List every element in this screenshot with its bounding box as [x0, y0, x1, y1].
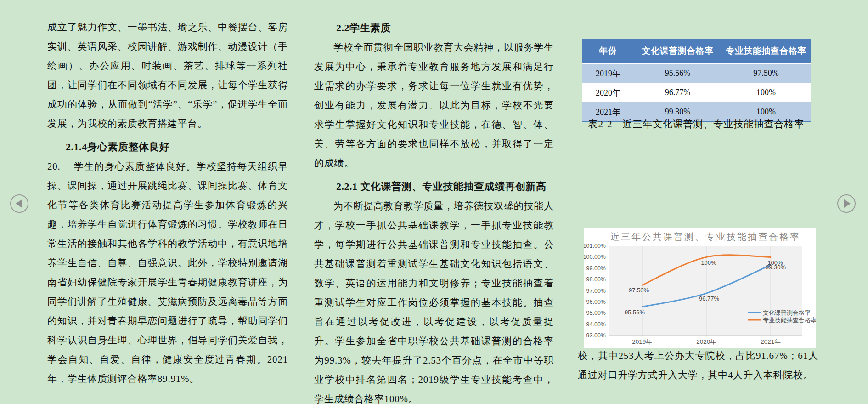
svg-text:101.00%: 101.00%	[584, 243, 606, 249]
svg-text:2021年: 2021年	[761, 338, 781, 345]
svg-text:98.00%: 98.00%	[586, 276, 606, 283]
table-cell: 95.56%	[634, 63, 721, 83]
svg-text:100%: 100%	[701, 259, 716, 266]
section-heading-2-2: 2.2学生素质	[314, 18, 554, 38]
paragraph: 校，其中253人考上公办大专院校，占比91.67%；61人通过对口升学方式升入大…	[578, 346, 818, 385]
table-header-culture-rate: 文化课普测合格率	[634, 39, 721, 63]
svg-text:96.00%: 96.00%	[586, 299, 606, 305]
svg-text:94.00%: 94.00%	[586, 321, 606, 328]
svg-text:95.56%: 95.56%	[625, 309, 645, 316]
table-cell: 97.50%	[721, 63, 811, 83]
pass-rate-chart-card: 近三年公共课普测、专业技能抽查合格率101.00%100.00%99.00%98…	[584, 228, 816, 348]
next-page-button[interactable]	[837, 194, 856, 213]
svg-text:100%: 100%	[767, 259, 783, 266]
table-header-skill-rate: 专业技能抽查合格率	[721, 39, 811, 63]
table-caption: 表2-2 近三年文化课普测、专业技能抽查合格率	[582, 118, 811, 131]
svg-text:97.50%: 97.50%	[629, 287, 649, 294]
pass-rate-line-chart: 近三年公共课普测、专业技能抽查合格率101.00%100.00%99.00%98…	[584, 228, 816, 348]
svg-text:95.00%: 95.00%	[586, 310, 606, 316]
svg-text:专业技能抽查合格率: 专业技能抽查合格率	[763, 317, 816, 324]
svg-text:99.00%: 99.00%	[586, 265, 606, 272]
svg-text:100.00%: 100.00%	[584, 254, 606, 260]
paragraph: 为不断提高教育教学质量，培养德技双馨的技能人才，学校一手抓公共基础课教学，一手抓…	[314, 196, 554, 404]
svg-text:2020年: 2020年	[696, 338, 716, 345]
table-cell: 2020年	[582, 83, 634, 102]
svg-text:96.77%: 96.77%	[699, 295, 720, 302]
prev-page-button[interactable]	[10, 194, 28, 213]
middle-text-column: 2.2学生素质 学校全面贯彻全国职业教育大会精神，以服务学生发展为中心，秉承着专…	[314, 18, 554, 404]
section-heading-2-2-1: 2.2.1 文化课普测、专业技能抽查成绩再创新高	[314, 177, 554, 196]
table-cell: 100%	[721, 83, 811, 102]
pass-rate-table: 年份 文化课普测合格率 专业技能抽查合格率 2019年 95.56% 97.50…	[582, 39, 811, 122]
svg-text:93.00%: 93.00%	[586, 332, 606, 339]
svg-text:近三年公共课普测、专业技能抽查合格率: 近三年公共课普测、专业技能抽查合格率	[610, 232, 800, 242]
arrow-left-icon	[16, 199, 22, 208]
svg-text:文化课普测合格率: 文化课普测合格率	[763, 309, 811, 316]
arrow-right-icon	[844, 199, 851, 208]
paragraph: 20. 学生的身心素质整体良好。学校坚持每天组织早操、课间操，通过开展跳绳比赛、…	[47, 157, 288, 388]
section-heading-2-1-4: 2.1.4身心素质整体良好	[47, 137, 288, 157]
document-reader-page: { "page": { "background_color": "#cde6cd…	[0, 0, 868, 404]
table-row: 2020年 96.77% 100%	[582, 83, 811, 102]
svg-text:2019年: 2019年	[632, 338, 652, 345]
table-cell: 2019年	[582, 63, 634, 83]
left-text-column: 成立了魅力作文、一墨书法、瑜之乐、中餐摆台、客房实训、英语风采、校园讲解、游戏制…	[47, 17, 288, 388]
table-header-row: 年份 文化课普测合格率 专业技能抽查合格率	[582, 39, 811, 63]
table-header-year: 年份	[582, 39, 634, 63]
table-cell: 96.77%	[634, 83, 721, 102]
right-text-column: 校，其中253人考上公办大专院校，占比91.67%；61人通过对口升学方式升入大…	[578, 346, 818, 385]
paragraph: 学校全面贯彻全国职业教育大会精神，以服务学生发展为中心，秉承着专业教育服务地方发…	[314, 38, 554, 173]
svg-text:97.00%: 97.00%	[586, 288, 606, 294]
paragraph: 成立了魅力作文、一墨书法、瑜之乐、中餐摆台、客房实训、英语风采、校园讲解、游戏制…	[47, 17, 288, 133]
table-row: 2019年 95.56% 97.50%	[582, 63, 811, 83]
